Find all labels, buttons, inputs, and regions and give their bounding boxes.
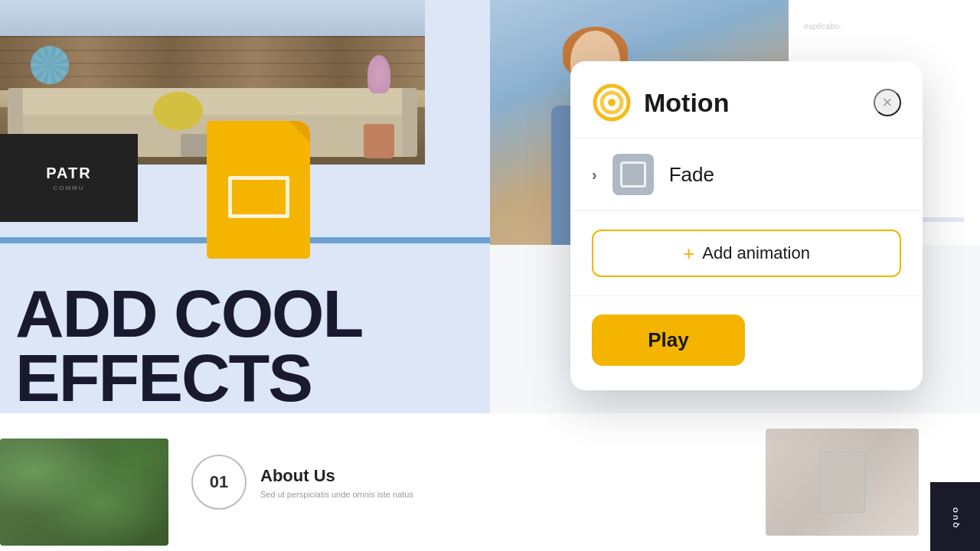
close-button[interactable]: × [874, 89, 901, 116]
google-slides-icon [207, 121, 310, 259]
fade-icon-inner [620, 161, 646, 187]
device-thumbnail [766, 429, 919, 536]
svg-point-2 [608, 99, 616, 106]
fade-icon [612, 154, 654, 195]
dialog-header: Motion × [570, 61, 923, 139]
headline-area: ADD COOL EFFECTS [15, 282, 362, 409]
plus-icon: + [683, 243, 694, 263]
add-animation-button[interactable]: + Add animation [592, 230, 901, 277]
headline-line1: ADD COOL [15, 282, 362, 346]
plant [364, 86, 394, 158]
motion-dialog: Motion × › Fade + Add animation Play [570, 61, 923, 390]
motion-logo-icon [592, 83, 632, 122]
play-section: Play [570, 296, 923, 390]
close-icon: × [883, 93, 893, 112]
add-animation-section: + Add animation [570, 211, 923, 296]
dark-community-card: PATR COMMU [0, 134, 138, 222]
community-subtitle: COMMU [53, 184, 84, 191]
bottom-thumbnail [0, 439, 168, 546]
pillow [31, 46, 69, 84]
quote-button[interactable]: QUO [930, 482, 980, 551]
fade-row[interactable]: › Fade [570, 139, 923, 211]
fade-label: Fade [669, 163, 714, 187]
yellow-pouf [153, 92, 203, 130]
community-title-text: PATR [46, 165, 91, 182]
headline-line2: EFFECTS [15, 346, 362, 410]
about-number-circle: 01 [191, 455, 247, 510]
dialog-title: Motion [644, 88, 874, 118]
explicabo-text: explicabo. [804, 21, 965, 31]
left-slide-area: PATR COMMU ADD COOL EFFECTS 01 About Us … [0, 0, 490, 551]
chevron-right-icon: › [592, 166, 597, 184]
add-animation-label: Add animation [702, 243, 810, 263]
bottom-strip-right [490, 413, 980, 551]
play-button[interactable]: Play [592, 315, 745, 366]
quote-button-label: QUO [952, 505, 959, 528]
about-us-section: 01 About Us Sed ut perspiciatis unde omn… [168, 435, 436, 529]
about-body: Sed ut perspiciatis unde omnis iste natu… [260, 490, 413, 499]
bottom-strip-left: 01 About Us Sed ut perspiciatis unde omn… [0, 413, 490, 551]
about-title: About Us [260, 466, 413, 486]
about-info: About Us Sed ut perspiciatis unde omnis … [260, 466, 413, 499]
app-root: PATR COMMU ADD COOL EFFECTS 01 About Us … [0, 0, 980, 551]
